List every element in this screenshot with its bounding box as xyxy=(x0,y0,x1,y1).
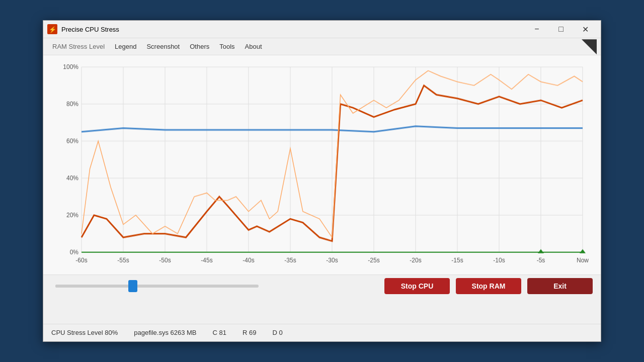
main-window: ⚡ Precise CPU Stress − □ ✕ RAM Stress Le… xyxy=(43,20,601,342)
menu-screenshot[interactable]: Screenshot xyxy=(141,41,185,52)
minimize-button[interactable]: − xyxy=(525,22,548,37)
pagefile-status: pagefile.sys 6263 MB xyxy=(134,329,196,336)
title-bar: ⚡ Precise CPU Stress − □ ✕ xyxy=(43,21,601,38)
slider-container xyxy=(51,285,263,288)
menu-tools[interactable]: Tools xyxy=(214,41,239,52)
r-value: R 69 xyxy=(243,329,256,336)
menu-ram-stress[interactable]: RAM Stress Level xyxy=(47,41,110,52)
window-title: Precise CPU Stress xyxy=(61,26,525,33)
bottom-controls: Stop CPU Stop RAM Exit xyxy=(43,275,601,324)
window-controls: − □ ✕ xyxy=(525,22,597,37)
menu-bar: RAM Stress Level Legend Screenshot Other… xyxy=(43,38,601,55)
svg-text:⚡: ⚡ xyxy=(49,26,56,33)
stop-ram-button[interactable]: Stop RAM xyxy=(456,278,521,294)
slider-fill xyxy=(55,285,133,288)
d-value: D 0 xyxy=(272,329,282,336)
cpu-stress-status: CPU Stress Level 80% xyxy=(51,329,118,336)
menu-legend[interactable]: Legend xyxy=(110,41,141,52)
buttons-group: Stop CPU Stop RAM Exit xyxy=(384,278,593,294)
controls-row: Stop CPU Stop RAM Exit xyxy=(51,278,593,294)
maximize-button[interactable]: □ xyxy=(549,22,573,37)
app-icon: ⚡ xyxy=(47,24,57,34)
menu-about[interactable]: About xyxy=(240,41,267,52)
corner-decoration xyxy=(582,39,597,54)
exit-button[interactable]: Exit xyxy=(527,278,593,294)
close-button[interactable]: ✕ xyxy=(574,22,597,37)
c-value: C 81 xyxy=(213,329,226,336)
chart-area xyxy=(43,55,601,275)
slider-thumb[interactable] xyxy=(128,280,137,292)
menu-others[interactable]: Others xyxy=(185,41,214,52)
stop-cpu-button[interactable]: Stop CPU xyxy=(384,278,450,294)
status-bar: CPU Stress Level 80% pagefile.sys 6263 M… xyxy=(43,324,601,341)
slider-track[interactable] xyxy=(55,285,259,288)
performance-chart xyxy=(51,59,593,273)
